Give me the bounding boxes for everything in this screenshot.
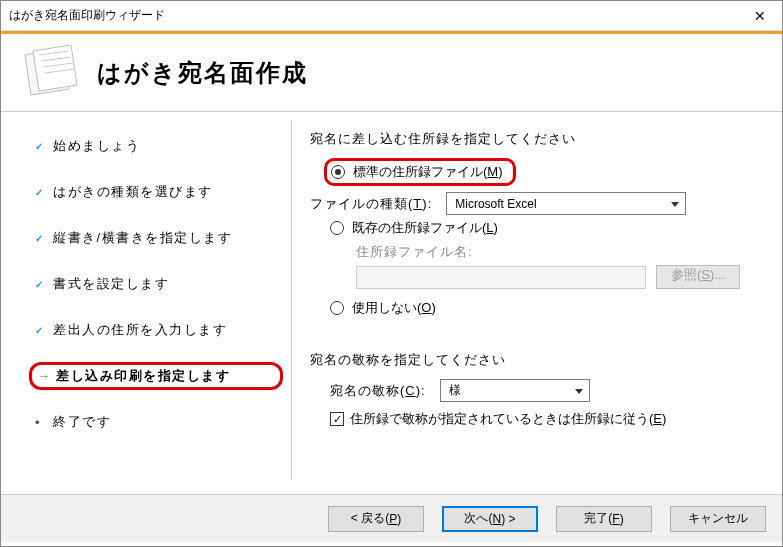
filetype-row: ファイルの種類(T): Microsoft Excel [310, 192, 764, 215]
check-icon: ✓ [35, 141, 53, 152]
sidebar-item-format: ✓ 書式を設定します [29, 270, 283, 298]
sidebar-item-label: 縦書き/横書きを指定します [53, 229, 232, 247]
window-title: はがき宛名面印刷ウィザード [9, 7, 165, 24]
sidebar-item-label: 終了です [53, 413, 111, 431]
honorific-label: 宛名の敬称(C): [330, 382, 426, 400]
radio-icon [331, 165, 345, 179]
honorific-dropdown[interactable]: 様 [440, 379, 590, 402]
radio-none[interactable]: 使用しない(O) [330, 299, 764, 317]
wizard-header: はがき宛名面作成 [1, 34, 782, 112]
checkbox-label: 住所録で敬称が指定されているときは住所録に従う(E) [350, 410, 666, 428]
filetype-dropdown[interactable]: Microsoft Excel [446, 192, 686, 215]
svg-marker-1 [33, 45, 77, 91]
checkbox-icon: ✓ [330, 412, 344, 426]
use-addressbook-honorific-checkbox[interactable]: ✓ 住所録で敬称が指定されているときは住所録に従う(E) [330, 410, 764, 428]
wizard-title: はがき宛名面作成 [97, 57, 308, 89]
sidebar-item-label: 書式を設定します [53, 275, 169, 293]
sidebar-item-orientation: ✓ 縦書き/横書きを指定します [29, 224, 283, 252]
check-icon: ✓ [35, 187, 53, 198]
radio-label: 使用しない(O) [352, 299, 436, 317]
radio-icon [330, 301, 344, 315]
close-icon: ✕ [754, 8, 766, 24]
existing-file-label: 住所録ファイル名: [356, 243, 750, 261]
sidebar-item-sender: ✓ 差出人の住所を入力します [29, 316, 283, 344]
radio-standard-addressbook[interactable]: 標準の住所録ファイル(M) [324, 158, 516, 186]
radio-label: 標準の住所録ファイル(M) [353, 163, 503, 181]
check-icon: ✓ [35, 233, 53, 244]
sidebar-item-mailmerge: → 差し込み印刷を指定します [29, 362, 283, 390]
titlebar: はがき宛名面印刷ウィザード ✕ [1, 1, 782, 31]
finish-button[interactable]: 完了(F) [556, 506, 652, 532]
dropdown-value: 様 [449, 382, 461, 399]
content-pane: 宛名に差し込む住所録を指定してください 標準の住所録ファイル(M) ファイルの種… [292, 112, 782, 494]
sidebar-item-label: 始めましょう [53, 137, 140, 155]
filetype-label: ファイルの種類(T): [310, 195, 432, 213]
back-button[interactable]: < 戻る(P) [328, 506, 424, 532]
next-button[interactable]: 次へ(N) > [442, 506, 538, 532]
radio-icon [330, 221, 344, 235]
cancel-button[interactable]: キャンセル [670, 506, 766, 532]
section-heading-honorific: 宛名の敬称を指定してください [310, 351, 764, 369]
sidebar-item-label: はがきの種類を選びます [53, 183, 213, 201]
bullet-icon: • [35, 415, 53, 430]
radio-label: 既存の住所録ファイル(L) [352, 219, 498, 237]
section-heading-address: 宛名に差し込む住所録を指定してください [310, 130, 764, 148]
sidebar: ✓ 始めましょう ✓ はがきの種類を選びます ✓ 縦書き/横書きを指定します ✓… [1, 112, 291, 494]
check-icon: ✓ [35, 279, 53, 290]
button-bar: < 戻る(P) 次へ(N) > 完了(F) キャンセル [1, 494, 782, 542]
wizard-body: ✓ 始めましょう ✓ はがきの種類を選びます ✓ 縦書き/横書きを指定します ✓… [1, 112, 782, 494]
sidebar-item-start: ✓ 始めましょう [29, 132, 283, 160]
dropdown-value: Microsoft Excel [455, 197, 536, 211]
sidebar-item-label: 差出人の住所を入力します [53, 321, 227, 339]
existing-file-area: 住所録ファイル名: 参照(S)... [356, 243, 764, 289]
close-button[interactable]: ✕ [737, 1, 782, 30]
sidebar-item-label: 差し込み印刷を指定します [56, 367, 230, 385]
browse-button: 参照(S)... [656, 265, 740, 289]
document-icon [19, 45, 79, 101]
arrow-right-icon: → [38, 369, 56, 383]
sidebar-item-type: ✓ はがきの種類を選びます [29, 178, 283, 206]
check-icon: ✓ [35, 325, 53, 336]
cancel-label: キャンセル [688, 510, 748, 527]
radio-existing-addressbook[interactable]: 既存の住所録ファイル(L) [330, 219, 764, 237]
existing-file-input [356, 266, 646, 289]
sidebar-item-finish: • 終了です [29, 408, 283, 436]
